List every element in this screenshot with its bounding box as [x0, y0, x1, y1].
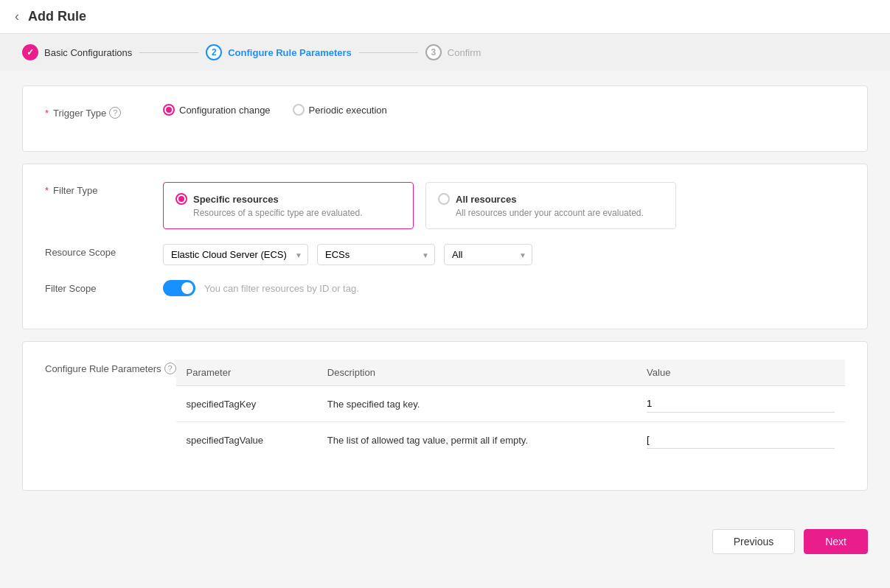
col-parameter: Parameter — [176, 360, 317, 386]
resource-filter-select[interactable]: All Tag Resource ID — [444, 244, 532, 265]
filter-specific-box[interactable]: Specific resources Resources of a specif… — [163, 182, 414, 229]
resource-scope-dropdowns: Elastic Cloud Server (ECS) VPC OBS Bucke… — [163, 244, 845, 265]
radio-config-change-inner — [166, 107, 172, 113]
previous-button[interactable]: Previous — [712, 529, 795, 554]
step-1: ✓ Basic Configurations — [22, 44, 132, 60]
rule-params-section: Configure Rule Parameters ? Parameter De… — [22, 341, 868, 491]
param-desc: The specified tag key. — [317, 386, 636, 422]
filter-scope-toggle[interactable] — [163, 280, 195, 296]
rule-params-table-wrapper: Parameter Description Value specifiedTag… — [176, 360, 845, 458]
step-1-label: Basic Configurations — [44, 47, 132, 58]
filter-scope-form-row: Filter Scope You can filter resources by… — [45, 280, 845, 296]
col-value: Value — [636, 360, 845, 386]
resource-scope-label: Resource Scope — [45, 244, 163, 258]
filter-type-options: Specific resources Resources of a specif… — [163, 182, 845, 229]
filter-specific-desc: Resources of a specific type are evaluat… — [193, 208, 401, 218]
content-area: * Trigger Type ? Configuration change Pe… — [0, 71, 890, 517]
radio-specific-outer — [175, 193, 187, 205]
step-1-circle: ✓ — [22, 44, 38, 60]
filter-section: * Filter Type Specific resources Resourc… — [22, 164, 868, 329]
params-table: Parameter Description Value specifiedTag… — [176, 360, 845, 458]
step-line-2 — [359, 52, 418, 53]
step-line-1 — [139, 52, 198, 53]
step-3-label: Confirm — [448, 47, 481, 58]
trigger-type-row: * Trigger Type ? Configuration change Pe… — [45, 104, 845, 119]
resource-sub-select[interactable]: ECSs Volumes — [317, 244, 435, 265]
filter-all-box[interactable]: All resources All resources under your a… — [425, 182, 676, 229]
params-table-row: specifiedTagKey The specified tag key. — [176, 386, 845, 422]
step-3-circle: 3 — [425, 44, 442, 60]
trigger-config-change[interactable]: Configuration change — [163, 104, 271, 116]
rule-params-label: Configure Rule Parameters ? — [45, 360, 176, 374]
filter-type-label: * Filter Type — [45, 182, 163, 196]
param-desc: The list of allowed tag value, permit al… — [317, 422, 636, 458]
param-name: specifiedTagKey — [176, 386, 317, 422]
param-value-cell — [636, 422, 845, 458]
page-header: ‹ Add Rule — [0, 0, 890, 34]
filter-all-title: All resources — [438, 193, 664, 205]
resource-sub-wrapper: ECSs Volumes ▼ — [317, 244, 435, 265]
step-2: 2 Configure Rule Parameters — [206, 44, 352, 60]
filter-scope-controls: You can filter resources by ID or tag. — [163, 280, 845, 296]
page-title: Add Rule — [28, 9, 86, 24]
filter-type-row: * Filter Type Specific resources Resourc… — [45, 182, 845, 229]
required-star: * — [45, 108, 49, 119]
trigger-type-section: * Trigger Type ? Configuration change Pe… — [22, 85, 868, 152]
param-value-cell — [636, 386, 845, 422]
back-button[interactable]: ‹ — [15, 9, 19, 24]
filter-all-desc: All resources under your account are eva… — [456, 208, 664, 218]
params-table-header: Parameter Description Value — [176, 360, 845, 386]
trigger-type-options: Configuration change Periodic execution — [163, 104, 387, 116]
resource-type-wrapper: Elastic Cloud Server (ECS) VPC OBS Bucke… — [163, 244, 308, 265]
params-table-row: specifiedTagValue The list of allowed ta… — [176, 422, 845, 458]
param-value-input[interactable] — [647, 431, 835, 449]
radio-periodic-outer — [293, 104, 305, 116]
step-3: 3 Confirm — [425, 44, 481, 60]
resource-type-select[interactable]: Elastic Cloud Server (ECS) VPC OBS Bucke… — [163, 244, 308, 265]
param-name: specifiedTagValue — [176, 422, 317, 458]
stepper: ✓ Basic Configurations 2 Configure Rule … — [0, 34, 890, 71]
trigger-type-help-icon[interactable]: ? — [109, 107, 121, 119]
next-button[interactable]: Next — [804, 529, 868, 554]
page-footer: Previous Next — [0, 517, 890, 566]
resource-filter-wrapper: All Tag Resource ID ▼ — [444, 244, 532, 265]
rule-params-row: Configure Rule Parameters ? Parameter De… — [45, 360, 845, 458]
trigger-periodic[interactable]: Periodic execution — [293, 104, 387, 116]
filter-specific-title: Specific resources — [175, 193, 401, 205]
radio-all-outer — [438, 193, 450, 205]
filter-scope-hint: You can filter resources by ID or tag. — [204, 283, 359, 294]
required-star-2: * — [45, 185, 49, 196]
trigger-periodic-label: Periodic execution — [309, 105, 387, 116]
radio-config-change-outer — [163, 104, 175, 116]
filter-scope-label: Filter Scope — [45, 280, 163, 294]
radio-specific-inner — [178, 196, 184, 202]
resource-scope-row: Resource Scope Elastic Cloud Server (ECS… — [45, 244, 845, 265]
trigger-type-label: * Trigger Type ? — [45, 104, 163, 119]
trigger-config-change-label: Configuration change — [179, 105, 271, 116]
step-2-circle: 2 — [206, 44, 222, 60]
param-value-input[interactable] — [647, 395, 835, 413]
col-description: Description — [317, 360, 636, 386]
rule-params-help-icon[interactable]: ? — [164, 363, 176, 374]
toggle-slider — [163, 280, 195, 296]
step-2-label: Configure Rule Parameters — [228, 47, 352, 58]
